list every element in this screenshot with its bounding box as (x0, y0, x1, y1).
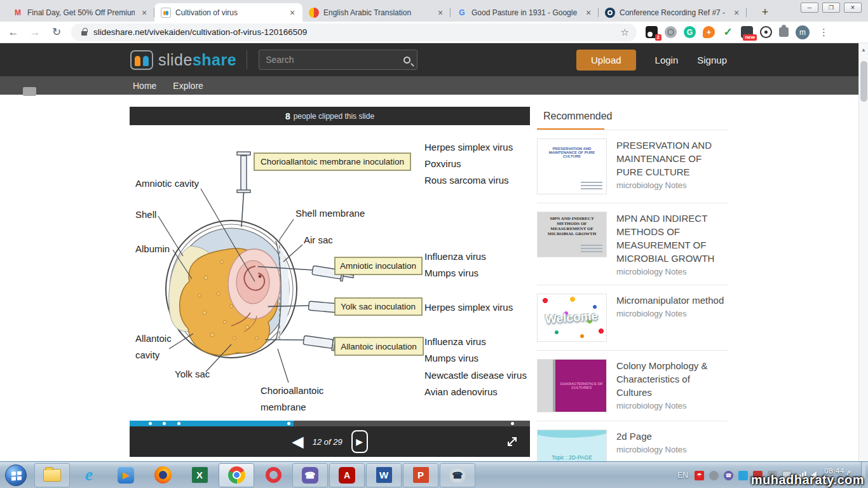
word-icon: W (376, 467, 392, 483)
grammarly-icon[interactable]: G (684, 26, 696, 38)
extensions-puzzle-icon[interactable] (779, 27, 789, 37)
profile-avatar[interactable]: m (796, 25, 810, 39)
taskbar-excel-button[interactable]: X (182, 463, 217, 487)
search-input[interactable] (266, 55, 403, 65)
taskbar-opera-button[interactable] (255, 463, 291, 487)
fullscreen-icon[interactable] (506, 435, 519, 448)
taskbar-media-player-button[interactable] (108, 463, 144, 487)
next-slide-button[interactable] (351, 430, 368, 453)
tab-close-icon[interactable] (435, 8, 445, 18)
page-scrollbar[interactable] (858, 43, 868, 461)
recommended-item-author: microbiology Notes (616, 445, 726, 454)
language-indicator[interactable]: EN (677, 471, 688, 480)
nav-home[interactable]: Home (133, 81, 156, 91)
tab-gmail[interactable]: M Final Day, Get 50% Off Premium (6, 3, 154, 22)
restore-button[interactable]: ❐ (822, 3, 840, 13)
tab-close-icon[interactable] (287, 8, 297, 18)
taskbar-powerpoint-button[interactable]: P (403, 463, 438, 487)
viber-icon (302, 467, 318, 484)
tab-close-icon[interactable] (583, 8, 593, 18)
scrollbar-up-icon[interactable] (859, 43, 868, 53)
explorer-icon (43, 469, 61, 482)
scrollbar-thumb[interactable] (860, 61, 867, 102)
conference-icon (605, 8, 615, 18)
slideshare-logo[interactable]: slideshare (130, 50, 236, 70)
slide-image[interactable]: Chorioallantoic membrane inoculation Amn… (130, 125, 530, 421)
pin-extension-icon[interactable]: + (703, 26, 715, 38)
taskbar-viber-button[interactable] (292, 463, 328, 487)
player-controls: 12 of 29 (130, 426, 530, 457)
viber-tray-icon[interactable] (724, 471, 733, 480)
allantoic-cavity-label: cavity (135, 349, 160, 360)
google-icon: G (457, 8, 467, 18)
nav-explore[interactable]: Explore (173, 81, 203, 91)
bookmark-star-icon[interactable] (621, 27, 629, 38)
start-button[interactable] (5, 464, 27, 486)
recommended-item[interactable]: Topic : 2D-PAGE 2d Page microbiology Not… (537, 421, 728, 461)
signup-link[interactable]: Signup (697, 55, 727, 65)
clipped-banner: 8 people clipped this slide (130, 107, 530, 125)
virus-label: Influenza virus (424, 251, 486, 262)
previous-slide-button[interactable] (292, 434, 303, 449)
amniotic-cavity-label: Amniotic cavity (135, 178, 200, 189)
url-text[interactable]: slideshare.net/vivekaiden/cultivation-of… (93, 27, 621, 37)
taskbar-phone-button[interactable] (440, 463, 475, 487)
upload-button[interactable]: Upload (576, 50, 636, 71)
new-tab-button[interactable]: + (757, 5, 773, 20)
air-sac-label: Air sac (304, 234, 333, 245)
phone-icon (449, 467, 466, 484)
thumbnail-text: MPN AND INDIRECT METHODS OF MEASUREMENT … (538, 216, 606, 236)
taskbar-firefox-button[interactable] (145, 463, 180, 487)
syringe-top (237, 152, 250, 227)
chrome-menu-icon[interactable] (819, 27, 829, 38)
extension-icon[interactable]: 2 (646, 26, 658, 38)
translate-icon (309, 8, 319, 18)
progress-bar[interactable] (130, 421, 530, 426)
divider (247, 50, 247, 69)
taskbar-chrome-button[interactable] (219, 463, 254, 487)
internet-explorer-icon: e (79, 466, 98, 485)
new-extension-icon[interactable]: new (741, 26, 753, 38)
address-bar[interactable]: slideshare.net/vivekaiden/cultivation-of… (71, 24, 637, 41)
recommended-thumbnail: Topic : 2D-PAGE (537, 430, 607, 461)
taskbar-ie-button[interactable]: e (71, 463, 107, 487)
search-box[interactable] (259, 50, 417, 70)
taskbar-word-button[interactable]: W (366, 463, 402, 487)
antivirus-tray-icon[interactable] (695, 471, 704, 480)
target-extension-icon[interactable] (760, 26, 772, 38)
virus-label: Herpes simplex virus (424, 142, 513, 152)
tab-conference[interactable]: Conference Recording Ref #7 - (599, 3, 747, 22)
tab-title: Good Pasture in 1931 - Google (471, 8, 579, 17)
tab-title: Final Day, Get 50% Off Premium (27, 8, 135, 17)
screen: M Final Day, Get 50% Off Premium Cultiva… (0, 0, 868, 488)
tab-cultivation-of-virus[interactable]: Cultivation of virus (154, 3, 302, 22)
camera-tray-icon[interactable] (709, 471, 719, 480)
shell-membrane-label: Shell membrane (295, 208, 365, 219)
recommended-thumbnail: MPN AND INDIRECT METHODS OF MEASUREMENT … (537, 212, 607, 257)
back-icon[interactable]: ← (5, 24, 22, 41)
virus-label: Influenza virus (424, 336, 486, 347)
checkmark-extension-icon[interactable]: ✓ (722, 26, 734, 38)
tab-translation[interactable]: English Arabic Translation (302, 3, 451, 22)
close-button[interactable]: ✕ (844, 3, 862, 13)
refresh-icon[interactable]: ↻ (48, 24, 65, 41)
recommended-item[interactable]: PRESERVATION AND MAINTENANCE OF PURE CUL… (537, 130, 728, 203)
tab-google-search[interactable]: G Good Pasture in 1931 - Google (451, 3, 599, 22)
clipped-count: 8 (285, 111, 290, 121)
screenshot-extension-icon[interactable] (665, 26, 677, 38)
recommended-item[interactable]: Welcome Micromanipulator method microbio… (537, 285, 728, 351)
taskbar-acrobat-button[interactable]: A (329, 463, 365, 487)
recommended-item-title: PRESERVATION AND MAINTENANCE OF PURE CUL… (616, 139, 726, 179)
recommended-item[interactable]: MPN AND INDIRECT METHODS OF MEASUREMENT … (537, 203, 728, 285)
minimize-button[interactable]: ─ (801, 3, 818, 13)
recommended-item[interactable]: CHARACTERISTICS OF CULTURES Colony Morph… (537, 351, 728, 421)
app-tray-icon[interactable] (738, 471, 748, 480)
search-icon[interactable] (403, 57, 410, 64)
browser-toolbar: ← → ↻ slideshare.net/vivekaiden/cultivat… (0, 22, 868, 43)
tab-close-icon[interactable] (731, 8, 742, 18)
chrome-icon (228, 466, 245, 484)
forward-icon[interactable]: → (27, 24, 43, 41)
login-link[interactable]: Login (655, 55, 679, 65)
taskbar-explorer-button[interactable] (34, 463, 70, 487)
tab-close-icon[interactable] (139, 8, 149, 18)
